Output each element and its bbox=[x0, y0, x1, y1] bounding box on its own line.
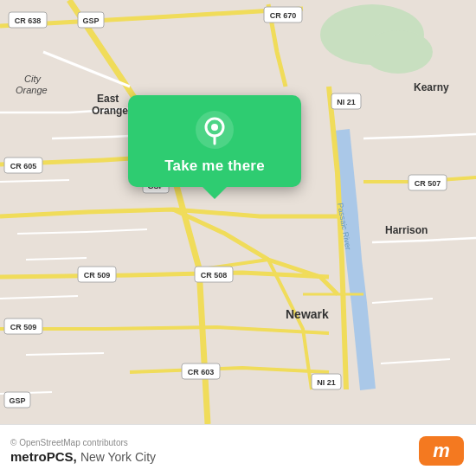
svg-text:City: City bbox=[24, 74, 42, 84]
moovit-icon: m bbox=[419, 436, 464, 466]
location-info: © OpenStreetMap contributors metroPCS, N… bbox=[10, 438, 156, 464]
svg-text:CR 605: CR 605 bbox=[10, 162, 37, 170]
location-pin-icon bbox=[196, 111, 234, 149]
svg-text:Orange: Orange bbox=[92, 105, 128, 117]
svg-text:CR 638: CR 638 bbox=[15, 16, 42, 25]
svg-text:CR 508: CR 508 bbox=[201, 271, 228, 280]
osm-attribution: © OpenStreetMap contributors bbox=[10, 438, 156, 447]
map-svg: CR 638 GSP CR 670 CR 605 GSP NI 21 CR 50… bbox=[0, 0, 476, 424]
bottom-bar: © OpenStreetMap contributors metroPCS, N… bbox=[0, 424, 476, 476]
svg-text:Harrison: Harrison bbox=[385, 224, 428, 236]
take-me-there-button[interactable]: Take me there bbox=[164, 158, 265, 175]
svg-text:GSP: GSP bbox=[9, 396, 25, 405]
moovit-logo: m bbox=[419, 436, 464, 466]
svg-text:Kearny: Kearny bbox=[414, 81, 449, 93]
svg-text:NI 21: NI 21 bbox=[317, 378, 336, 387]
svg-text:NI 21: NI 21 bbox=[337, 98, 356, 106]
svg-text:CR 603: CR 603 bbox=[188, 368, 215, 376]
svg-point-39 bbox=[211, 124, 218, 131]
svg-text:CR 670: CR 670 bbox=[270, 11, 297, 20]
map-container: CR 638 GSP CR 670 CR 605 GSP NI 21 CR 50… bbox=[0, 0, 476, 424]
svg-text:Newark: Newark bbox=[286, 307, 329, 321]
popup-card[interactable]: Take me there bbox=[128, 95, 301, 187]
svg-text:CR 509: CR 509 bbox=[84, 271, 111, 280]
svg-text:CR 509: CR 509 bbox=[10, 323, 37, 331]
svg-point-2 bbox=[363, 30, 433, 74]
svg-text:CR 507: CR 507 bbox=[415, 179, 441, 188]
location-name: metroPCS, New York City bbox=[10, 449, 156, 464]
svg-text:Orange: Orange bbox=[16, 85, 48, 95]
svg-text:East: East bbox=[97, 93, 119, 105]
svg-text:GSP: GSP bbox=[82, 16, 99, 25]
